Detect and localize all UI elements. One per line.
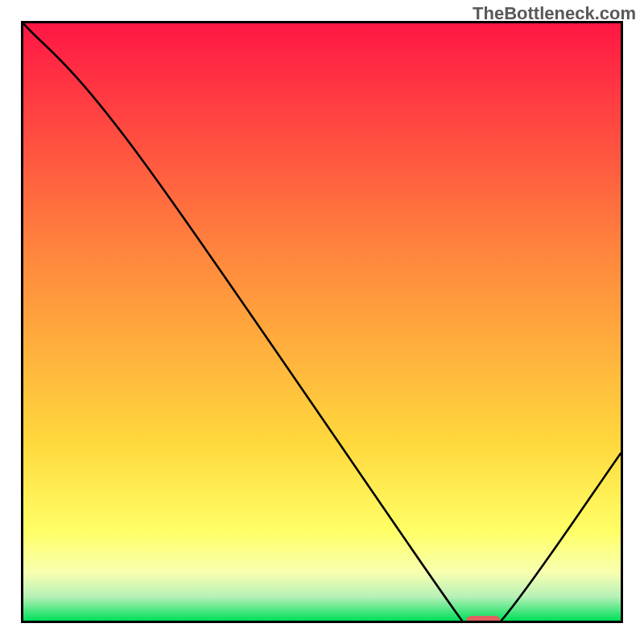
watermark-text: TheBottleneck.com bbox=[473, 3, 636, 24]
chart-svg bbox=[23, 23, 621, 621]
background-gradient bbox=[23, 23, 621, 621]
chart-container: TheBottleneck.com bbox=[0, 0, 644, 644]
plot-area bbox=[21, 21, 623, 623]
target-marker bbox=[466, 616, 500, 621]
